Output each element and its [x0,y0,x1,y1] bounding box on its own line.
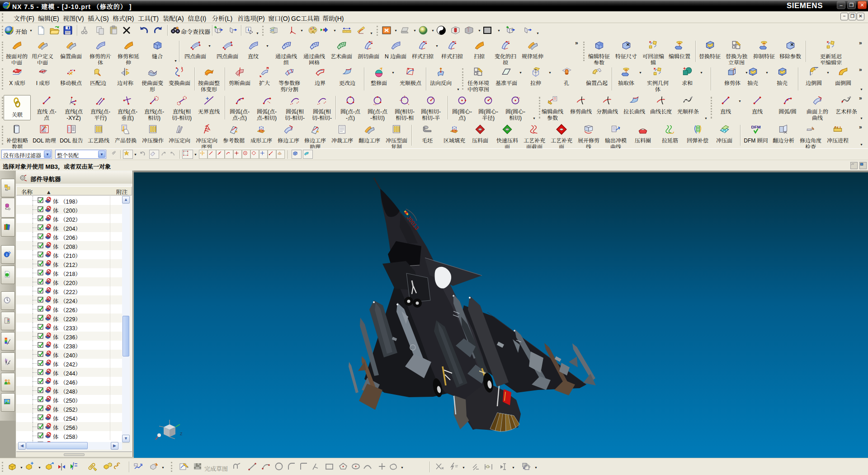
svg-text:i: i [248,27,249,32]
svg-text:Z: Z [180,432,183,436]
svg-text:DFM: DFM [751,124,760,129]
